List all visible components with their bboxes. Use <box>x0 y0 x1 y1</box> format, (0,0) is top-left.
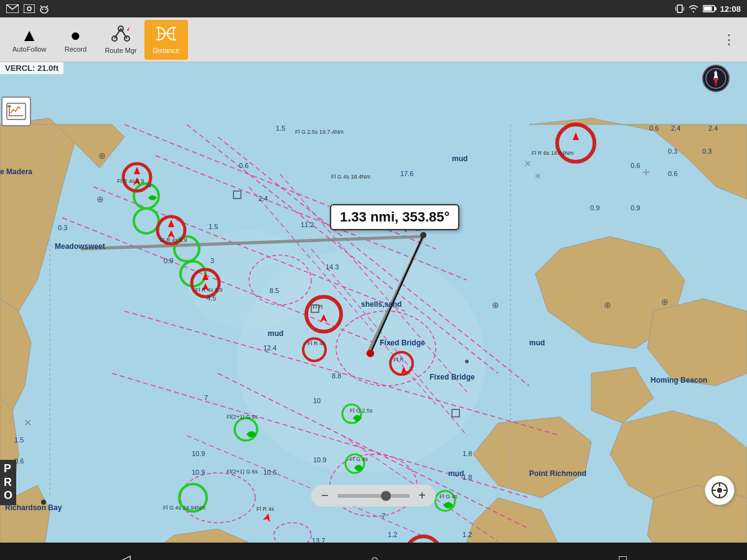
compass[interactable]: N <box>702 65 730 92</box>
svg-point-54 <box>134 208 159 233</box>
record-icon: ● <box>70 27 81 44</box>
wifi-icon <box>688 4 699 13</box>
email-icon <box>6 4 19 13</box>
svg-point-55 <box>174 236 199 261</box>
photo-icon <box>24 4 35 13</box>
svg-text:✕: ✕ <box>534 171 542 181</box>
android-icon <box>40 4 49 14</box>
distance-icon <box>156 25 176 45</box>
recent-apps-button[interactable]: □ <box>594 547 652 560</box>
svg-point-43 <box>181 473 255 523</box>
svg-point-69 <box>406 536 441 543</box>
svg-point-2 <box>27 7 31 11</box>
svg-text:✛: ✛ <box>642 167 650 177</box>
auto-follow-icon: ▲ <box>21 27 38 44</box>
status-left-icons <box>6 4 49 14</box>
svg-text:✕: ✕ <box>24 418 32 428</box>
pro-o: O <box>4 489 12 503</box>
svg-point-88 <box>41 500 46 505</box>
svg-line-5 <box>47 6 48 7</box>
svg-line-18 <box>121 29 127 39</box>
distance-button[interactable]: Distance <box>144 20 188 60</box>
distance-tooltip: 1.33 nmi, 353.85° <box>330 204 459 230</box>
svg-point-87 <box>465 360 469 363</box>
zoom-bar: − + <box>311 485 436 506</box>
svg-point-68 <box>557 124 594 162</box>
svg-point-57 <box>179 484 207 511</box>
route-mgr-icon <box>111 25 131 45</box>
zoom-out-button[interactable]: − <box>317 487 332 504</box>
svg-text:⊕: ⊕ <box>604 300 611 310</box>
svg-point-86 <box>148 184 151 187</box>
nav-bar: ◁ ○ □ <box>0 543 747 560</box>
svg-text:✕: ✕ <box>524 159 532 169</box>
svg-marker-70 <box>134 167 140 174</box>
more-options-button[interactable]: ⋮ <box>716 32 742 48</box>
svg-point-58 <box>235 418 257 441</box>
svg-point-6 <box>42 9 44 10</box>
status-bar: 12:08 <box>0 0 747 17</box>
svg-rect-1 <box>24 4 35 13</box>
distance-value: 1.33 nmi, 353.85° <box>340 209 449 225</box>
pro-badge: P R O <box>0 460 16 505</box>
zoom-in-button[interactable]: + <box>415 487 430 504</box>
svg-text:⊕: ⊕ <box>98 151 106 161</box>
svg-point-100 <box>717 488 722 493</box>
svg-marker-71 <box>168 220 174 227</box>
pro-r: R <box>4 476 12 490</box>
status-right-icons: 12:08 <box>675 4 741 14</box>
svg-rect-8 <box>677 5 682 12</box>
vercl-bar: VERCL: 21.0ft <box>0 62 63 74</box>
svg-point-45 <box>274 523 311 543</box>
record-label: Record <box>65 45 87 53</box>
svg-text:⊕: ⊕ <box>96 194 104 204</box>
svg-marker-73 <box>573 133 579 140</box>
svg-marker-94 <box>7 105 12 107</box>
vercl-text: VERCL: 21.0ft <box>5 63 59 73</box>
auto-follow-label: AutoFollow <box>12 45 46 53</box>
svg-point-52 <box>420 232 426 238</box>
svg-point-3 <box>40 7 48 13</box>
svg-text:⊕: ⊕ <box>661 297 669 307</box>
clock: 12:08 <box>720 4 741 14</box>
route-mgr-label: Route Mgr <box>105 47 136 54</box>
svg-marker-19 <box>127 27 129 31</box>
vibrate-icon <box>675 4 684 14</box>
svg-point-7 <box>45 9 47 10</box>
pro-p: P <box>4 462 12 476</box>
svg-text:⊕: ⊕ <box>492 300 499 310</box>
location-button[interactable] <box>705 475 735 505</box>
svg-rect-13 <box>715 7 716 11</box>
record-button[interactable]: ● Record <box>54 20 97 60</box>
map-container[interactable]: ✕ ✕ ✕ ⊕ ⊕ ⊕ ⊕ ⊕ ✛ ⊙ VERCL: 21.0ft <box>0 62 747 543</box>
svg-line-17 <box>115 29 121 39</box>
svg-point-51 <box>367 350 374 357</box>
svg-text:N: N <box>714 71 717 75</box>
map-svg: ✕ ✕ ✕ ⊕ ⊕ ⊕ ⊕ ⊕ ✛ ⊙ <box>0 62 747 543</box>
distance-label: Distance <box>153 47 179 54</box>
svg-line-4 <box>40 6 42 7</box>
auto-follow-button[interactable]: ▲ AutoFollow <box>5 20 54 60</box>
back-button[interactable]: ◁ <box>95 547 156 560</box>
battery-icon <box>703 5 716 12</box>
zoom-slider[interactable] <box>337 494 410 498</box>
svg-rect-83 <box>233 191 241 198</box>
route-mgr-button[interactable]: Route Mgr <box>97 20 144 60</box>
svg-rect-12 <box>703 7 712 11</box>
chart-icon-button[interactable] <box>1 96 31 126</box>
zoom-thumb <box>381 491 391 501</box>
home-button[interactable]: ○ <box>345 547 403 560</box>
toolbar: ▲ AutoFollow ● Record Route Mgr <box>0 17 747 62</box>
